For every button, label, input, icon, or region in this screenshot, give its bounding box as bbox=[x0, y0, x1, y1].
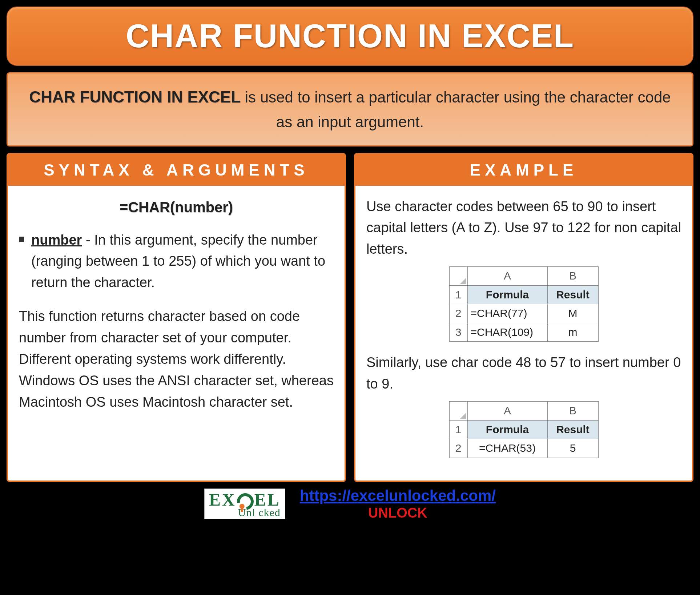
syntax-header: SYNTAX & ARGUMENTS bbox=[8, 154, 345, 186]
table-row: =CHAR(53) bbox=[467, 439, 547, 458]
columns-wrap: SYNTAX & ARGUMENTS =CHAR(number) number … bbox=[7, 153, 693, 482]
example-header: EXAMPLE bbox=[355, 154, 692, 186]
table-row: Result bbox=[547, 420, 598, 439]
footer-text: https://excelunlocked.com/ UNLOCK bbox=[300, 487, 496, 521]
row-num: 2 bbox=[449, 439, 467, 458]
table-row: Formula bbox=[467, 420, 547, 439]
table-corner bbox=[449, 402, 467, 421]
table-row: Formula bbox=[467, 285, 547, 304]
logo: EX EL Unl cked bbox=[204, 489, 285, 519]
table-row: Result bbox=[547, 285, 598, 304]
example-para-1: Use character codes between 65 to 90 to … bbox=[366, 196, 681, 260]
keyhole-icon bbox=[240, 504, 245, 509]
intro-box: CHAR FUNCTION IN EXCEL is used to insert… bbox=[7, 72, 693, 146]
footer-unlock: UNLOCK bbox=[300, 505, 496, 521]
row-num: 3 bbox=[449, 323, 467, 342]
intro-bold: CHAR FUNCTION IN EXCEL bbox=[29, 88, 241, 106]
table-corner bbox=[449, 267, 467, 286]
intro-text: is used to insert a particular character… bbox=[241, 89, 671, 130]
table-row: 5 bbox=[547, 439, 598, 458]
syntax-body: =CHAR(number) number - In this argument,… bbox=[8, 186, 345, 425]
syntax-formula: =CHAR(number) bbox=[19, 196, 334, 218]
row-num: 2 bbox=[449, 304, 467, 323]
example-column: EXAMPLE Use character codes between 65 t… bbox=[354, 153, 693, 482]
argument-row: number - In this argument, specify the n… bbox=[19, 229, 334, 294]
example-table-1: A B 1 Formula Result 2 =CHAR(77) M 3 =CH… bbox=[449, 266, 599, 342]
logo-top: EX EL bbox=[209, 491, 281, 508]
example-body: Use character codes between 65 to 90 to … bbox=[355, 186, 692, 481]
col-header-a: A bbox=[467, 267, 547, 286]
syntax-column: SYNTAX & ARGUMENTS =CHAR(number) number … bbox=[7, 153, 346, 482]
table-row: =CHAR(77) bbox=[467, 304, 547, 323]
row-num: 1 bbox=[449, 285, 467, 304]
syntax-paragraph: This function returns character based on… bbox=[19, 306, 334, 413]
footer: EX EL Unl cked https://excelunlocked.com… bbox=[7, 487, 693, 521]
example-table-2: A B 1 Formula Result 2 =CHAR(53) 5 bbox=[449, 401, 599, 458]
col-header-b: B bbox=[547, 267, 598, 286]
col-header-a: A bbox=[467, 402, 547, 421]
table-row: m bbox=[547, 323, 598, 342]
table-row: =CHAR(109) bbox=[467, 323, 547, 342]
table-row: M bbox=[547, 304, 598, 323]
footer-url-link[interactable]: https://excelunlocked.com/ bbox=[300, 487, 496, 504]
logo-text-1: EX bbox=[209, 491, 236, 508]
example-para-2: Similarly, use char code 48 to 57 to ins… bbox=[366, 352, 681, 395]
bullet-icon bbox=[19, 237, 24, 242]
col-header-b: B bbox=[547, 402, 598, 421]
argument-name: number bbox=[31, 232, 82, 248]
row-num: 1 bbox=[449, 420, 467, 439]
logo-text-2: EL bbox=[254, 491, 281, 508]
argument-text: number - In this argument, specify the n… bbox=[31, 229, 334, 294]
main-title: CHAR FUNCTION IN EXCEL bbox=[22, 17, 678, 55]
main-title-bar: CHAR FUNCTION IN EXCEL bbox=[7, 7, 693, 66]
